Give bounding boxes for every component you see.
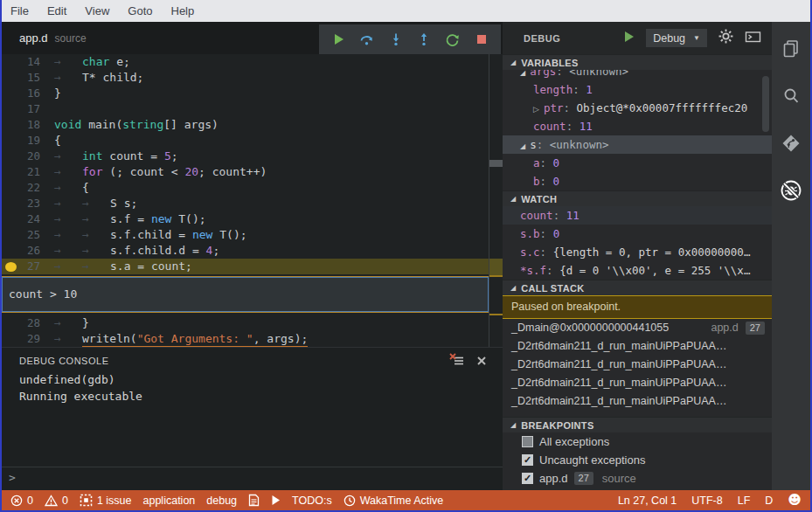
- breakpoint-item-all-exceptions[interactable]: All exceptions: [503, 432, 772, 451]
- watch-row-count[interactable]: count: 11: [503, 206, 772, 225]
- eol-label: LF: [738, 495, 751, 507]
- code-line-16[interactable]: 16}: [2, 86, 489, 101]
- code-line-26[interactable]: 26→→s.f.child.d = 4;: [2, 243, 489, 259]
- variable-row-a[interactable]: a: 0: [503, 154, 772, 172]
- cursor-position-item[interactable]: Ln 27, Col 1: [618, 495, 677, 507]
- line-number: 15: [2, 70, 40, 86]
- code-line-20[interactable]: 20→int count = 5;: [2, 149, 489, 164]
- menu-item-goto[interactable]: Goto: [128, 4, 152, 17]
- start-debug-button[interactable]: [623, 31, 635, 46]
- breakpoint-item-app-d[interactable]: ✓app.d27source: [503, 469, 772, 488]
- call-stack-frame-1[interactable]: _D2rt6dmain211_d_run_mainUiPPaPUAA…: [503, 337, 772, 356]
- debug-console-panel: DEBUG CONSOLE undefined(gdb)Running exec…: [2, 347, 503, 490]
- todos-item[interactable]: TODO:s: [292, 495, 332, 507]
- collapsed-icon[interactable]: ▷: [533, 105, 539, 114]
- build-file-item[interactable]: [248, 494, 260, 507]
- variable-row-args[interactable]: ◢args: <unknown>: [503, 70, 772, 80]
- variable-row-length[interactable]: length: 1: [503, 80, 772, 99]
- panel-scrollbar-thumb[interactable]: [762, 76, 769, 132]
- gutter: 21: [2, 164, 51, 180]
- language-mode-item[interactable]: D: [765, 495, 773, 507]
- feedback-smiley-button[interactable]: ☻: [788, 494, 802, 507]
- breakpoint-line-badge: 27: [574, 472, 593, 485]
- watch-row-s-c[interactable]: s.c: {length = 0, ptr = 0x00000000…: [503, 243, 772, 261]
- encoding-label: UTF-8: [691, 495, 722, 507]
- unchecked-checkbox[interactable]: [522, 436, 533, 447]
- close-panel-button[interactable]: [476, 354, 487, 370]
- step-into-button[interactable]: [386, 30, 406, 49]
- search-activity-button[interactable]: [780, 85, 802, 107]
- project-config-item[interactable]: application: [143, 495, 196, 507]
- code-line-29[interactable]: 29→writeln("Got Arguments: ", args);: [2, 331, 489, 347]
- watch-row-s-b[interactable]: s.b: 0: [503, 225, 772, 243]
- code-line-14[interactable]: 14→char e;: [2, 54, 489, 70]
- variable-name: length: [533, 83, 573, 96]
- eol-item[interactable]: LF: [738, 495, 751, 507]
- menu-item-file[interactable]: File: [10, 4, 29, 17]
- code-line-19[interactable]: 19{: [2, 133, 489, 149]
- breakpoints-section-header[interactable]: ◢ BREAKPOINTS: [503, 417, 772, 432]
- breakpoint-item-uncaught-exceptions[interactable]: ✓Uncaught exceptions: [503, 451, 772, 469]
- encoding-item[interactable]: UTF-8: [691, 495, 722, 507]
- menu-item-help[interactable]: Help: [171, 4, 195, 17]
- frame-file-name: app.d: [711, 319, 745, 337]
- open-repl-button[interactable]: [745, 30, 761, 47]
- scrollbar-thumb[interactable]: [489, 160, 503, 167]
- step-over-button[interactable]: [357, 30, 377, 49]
- code-line-23[interactable]: 23→→S s;: [2, 196, 489, 211]
- code-line-27[interactable]: 27→→s.a = count;: [2, 259, 489, 274]
- continue-button[interactable]: [329, 30, 348, 49]
- debug-config-dropdown[interactable]: Debug ▼: [646, 29, 707, 47]
- wakatime-item[interactable]: WakaTime Active: [344, 495, 444, 507]
- tab-whitespace-marker: →: [54, 70, 82, 86]
- code-line-15[interactable]: 15→T* child;: [2, 70, 489, 86]
- error-count[interactable]: 0: [10, 495, 33, 507]
- breakpoint-condition-input[interactable]: count > 10: [2, 277, 489, 312]
- code-line-24[interactable]: 24→→s.f = new T();: [2, 211, 489, 227]
- step-out-button[interactable]: [414, 30, 434, 49]
- clear-console-button[interactable]: [449, 353, 464, 370]
- menu-item-edit[interactable]: Edit: [47, 4, 66, 17]
- restart-button[interactable]: [443, 30, 462, 49]
- watch-row-s-f[interactable]: *s.f: {d = 0 '\\x00', e = 255 '\\x…: [503, 261, 772, 280]
- expanded-icon[interactable]: ◢: [520, 70, 525, 77]
- build-mode-item[interactable]: debug: [206, 495, 237, 507]
- variable-row-count[interactable]: count: 11: [503, 117, 772, 135]
- variable-row-ptr[interactable]: ▷ptr: Object@*0x00007fffffffec20: [503, 99, 772, 117]
- code-line-18[interactable]: 18void main(string[] args): [2, 117, 489, 133]
- issues-item[interactable]: 1 issue: [80, 494, 132, 507]
- git-activity-button[interactable]: [780, 132, 802, 155]
- variable-row-s[interactable]: ◢s: <unknown>: [503, 135, 772, 154]
- call-stack-section-header[interactable]: ◢ CALL STACK: [503, 280, 772, 295]
- run-build-button[interactable]: [271, 495, 281, 506]
- variables-section-header[interactable]: ◢ VARIABLES: [503, 54, 772, 70]
- frame-label: _D2rt6dmain211_d_run_mainUiPPaPUAA…: [511, 374, 726, 392]
- code-line-25[interactable]: 25→→s.f.child = new T();: [2, 227, 489, 243]
- code-editor[interactable]: 14→char e;15→T* child;16}1718void main(s…: [2, 54, 503, 347]
- warning-count[interactable]: 0: [45, 495, 68, 507]
- watch-section-header[interactable]: ◢ WATCH: [503, 190, 772, 206]
- stop-button[interactable]: [472, 30, 491, 49]
- checked-checkbox[interactable]: ✓: [522, 454, 533, 466]
- variables-section-title: VARIABLES: [521, 58, 578, 68]
- debug-console-icon: [745, 30, 761, 44]
- editor-scrollbar[interactable]: [489, 54, 503, 347]
- call-stack-frame-4[interactable]: _D2rt6dmain211_d_run_mainUiPPaPUAA…: [503, 392, 772, 411]
- debug-console-input[interactable]: >: [2, 467, 503, 490]
- checked-checkbox[interactable]: ✓: [522, 473, 533, 484]
- expanded-icon[interactable]: ◢: [520, 142, 525, 150]
- menu-item-view[interactable]: View: [85, 4, 109, 17]
- call-stack-frame-0[interactable]: _Dmain@0x0000000000441055app.d27: [503, 319, 772, 337]
- code-line-28[interactable]: 28→}: [2, 315, 489, 331]
- explorer-activity-button[interactable]: [780, 38, 802, 60]
- variable-row-b[interactable]: b: 0: [503, 172, 772, 190]
- debug-activity-button[interactable]: [780, 179, 802, 202]
- code-line-22[interactable]: 22→{: [2, 180, 489, 196]
- call-stack-frame-2[interactable]: _D2rt6dmain211_d_run_mainUiPPaPUAA…: [503, 356, 772, 374]
- tab-whitespace-marker: →: [54, 211, 82, 227]
- configure-button[interactable]: [718, 29, 733, 47]
- call-stack-frame-3[interactable]: _D2rt6dmain211_d_run_mainUiPPaPUAA…: [503, 374, 772, 392]
- code-line-21[interactable]: 21→for (; count < 20; count++): [2, 164, 489, 180]
- tab-app-d[interactable]: app.d source: [19, 22, 87, 54]
- code-line-17[interactable]: 17: [2, 101, 489, 117]
